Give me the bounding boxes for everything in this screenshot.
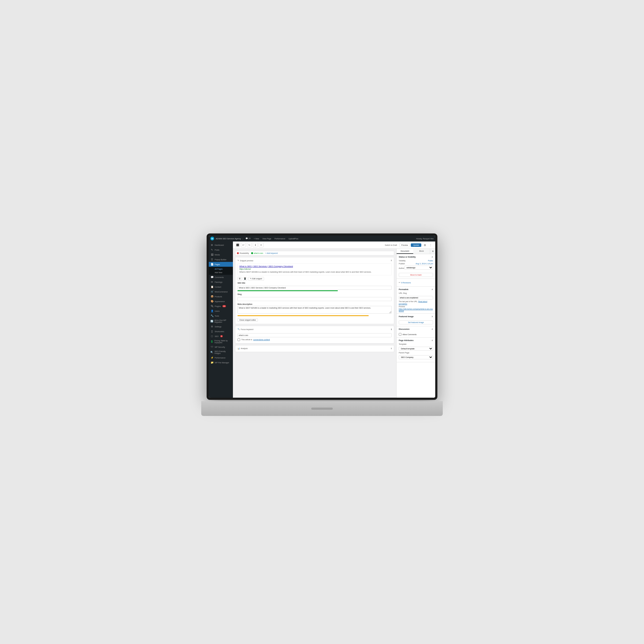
template-select[interactable]: Default template — [399, 347, 433, 351]
admin-bar-new[interactable]: + New — [253, 238, 260, 240]
sidebar-item-users[interactable]: 👤 Users — [209, 309, 233, 313]
keyword-dot — [251, 252, 253, 254]
seo-title-input[interactable] — [237, 286, 392, 290]
revisions-section: ↩ 9 Revisions — [397, 279, 435, 287]
sidebar-item-pages[interactable]: 📄 Pages — [209, 262, 233, 267]
visibility-value[interactable]: Public — [428, 260, 433, 262]
sidebar-item-posts[interactable]: ✎ Posts — [209, 247, 233, 252]
discussion-header[interactable]: Discussion ∧ — [399, 328, 433, 330]
sidebar-label-contact: Contact — [215, 286, 221, 288]
page-attributes-chevron-icon: ∧ — [431, 339, 433, 342]
admin-bar-comments[interactable]: 💬 29 — [245, 237, 251, 240]
sidebar-item-seo[interactable]: ⬡ SEO 8 — [209, 334, 233, 339]
sidebar-item-all-in-one[interactable]: 🔄 All-in-One WP Migration — [209, 318, 233, 324]
appearance-icon: 🎨 — [210, 300, 214, 303]
toolbar-block-btn[interactable]: ⬛ — [235, 243, 240, 247]
panel-close-button[interactable]: ✕ — [430, 249, 435, 254]
featured-image-header[interactable]: Featured Image ∧ — [399, 315, 433, 318]
switch-to-draft-button[interactable]: Switch to Draft — [383, 243, 398, 247]
toolbar-info[interactable]: ℹ — [253, 243, 258, 247]
sidebar-item-comments[interactable]: 💬 Comments — [209, 275, 233, 280]
toolbar-undo[interactable]: ↩ — [241, 243, 246, 247]
focus-keyword-input[interactable] — [237, 333, 392, 337]
update-button[interactable]: Update — [411, 243, 421, 247]
url-preview-value[interactable]: https://site.bz/seo-company/what-is-seo-… — [399, 308, 433, 312]
laptop-base — [201, 401, 443, 416]
snippet-toggle-mobile[interactable]: 📱 — [243, 277, 247, 281]
slug-input[interactable] — [237, 297, 392, 301]
shortcodes-icon: [] — [210, 330, 214, 333]
sidebar-item-settings[interactable]: ⚙ Settings — [209, 324, 233, 329]
sidebar-item-woocommerce[interactable]: 🛒 WooCommerce — [209, 289, 233, 294]
sidebar-label-seo-friendly: SEO Friendly Images — [214, 350, 231, 354]
sidebar-item-plugins[interactable]: 🔌 Plugins 26 — [209, 304, 233, 309]
editor-main: Readability what is seo + Add keyword — [233, 249, 396, 398]
sidebar-item-pricing[interactable]: 💲 Pricing Table by Supsystic — [209, 339, 233, 345]
status-section-header[interactable]: Status & Visibility ∧ — [399, 256, 433, 258]
url-slug-input[interactable] — [399, 296, 433, 299]
permalink-title: Permalink — [399, 288, 408, 291]
slug-group: Slug — [237, 293, 392, 301]
sidebar-item-flamingo[interactable]: ✉ Flamingo — [209, 280, 233, 284]
move-to-trash-button[interactable]: Move to trash — [399, 273, 433, 277]
author-select[interactable]: webdesign — [404, 266, 433, 270]
meta-desc-input[interactable]: What is SEO? ADVAN is a leader in market… — [237, 306, 392, 314]
sidebar-sub-add-new[interactable]: Add New — [209, 271, 233, 274]
permalink-header[interactable]: Permalink ∧ — [399, 288, 433, 291]
admin-bar-performance[interactable]: Performance — [274, 238, 286, 240]
snippet-title[interactable]: What is SEO | SEO Services | SEO Company… — [239, 265, 390, 268]
allow-comments-checkbox[interactable] — [399, 333, 401, 336]
close-snippet-editor-button[interactable]: Close snippet editor — [237, 318, 258, 322]
discussion-section: Discussion ∧ Allow Comments — [397, 326, 435, 338]
toolbar-list[interactable]: ≡ — [259, 243, 264, 247]
publish-value[interactable]: Aug 3, 2019 2:16 pm — [416, 263, 433, 265]
cornerstone-checkbox[interactable] — [237, 338, 240, 341]
admin-bar-updraftplus[interactable]: UpdraftPlus — [288, 238, 299, 240]
seo-title-label: SEO title — [237, 282, 392, 284]
tools-icon: 🔧 — [210, 314, 214, 317]
dashboard-icon: ⊞ — [210, 244, 214, 246]
editor-more-button[interactable]: ⋮ — [428, 243, 433, 247]
revisions-link[interactable]: ↩ 9 Revisions — [399, 281, 433, 284]
sidebar-item-performance[interactable]: ⚡ Performance — [209, 355, 233, 360]
publish-label: Publish — [399, 263, 405, 265]
revisions-count[interactable]: 9 Revisions — [401, 282, 411, 284]
featured-image-section: Featured Image ∧ Set featured image — [397, 314, 435, 326]
admin-bar-view-page[interactable]: View Page — [262, 238, 272, 240]
visibility-label: Visibility — [399, 260, 405, 262]
focus-keyword-label: Focus keyword — [241, 328, 253, 330]
sidebar-item-shortcodes[interactable]: [] Shortcodes — [209, 329, 233, 334]
cornerstone-link[interactable]: cornerstone content — [253, 339, 270, 341]
sidebar-item-tools[interactable]: 🔧 Tools — [209, 313, 233, 318]
add-keyword-button[interactable]: + Add keyword — [265, 252, 278, 254]
seo-friendly-icon: 🔍 — [210, 351, 213, 354]
edit-snippet-button[interactable]: ✎ Edit snippet — [248, 277, 264, 281]
sidebar-item-popup-builder[interactable]: ☰ Popup Builder — [209, 257, 233, 262]
page-attributes-title: Page Attributes — [399, 339, 414, 342]
snippet-toggle-desktop[interactable]: 🖥 — [237, 277, 242, 281]
preview-button[interactable]: Preview — [400, 243, 410, 247]
sidebar-item-media[interactable]: 🖼 Media — [209, 252, 233, 257]
discussion-chevron-icon: ∧ — [431, 328, 433, 330]
editor-settings-button[interactable]: ⚙ — [422, 243, 427, 247]
sidebar-item-seo-friendly[interactable]: 🔍 SEO Friendly Images — [209, 349, 233, 355]
tab-block[interactable]: Block — [413, 249, 430, 254]
sidebar-sub-all-pages[interactable]: All Pages — [209, 267, 233, 271]
page-attributes-header[interactable]: Page Attributes ∧ — [399, 339, 433, 342]
parent-page-select[interactable]: SEO Company — [399, 355, 433, 359]
toolbar-redo[interactable]: ↪ — [247, 243, 252, 247]
sidebar-item-wp-security[interactable]: 🛡 WP Security — [209, 345, 233, 349]
sidebar-item-appearance[interactable]: 🎨 Appearance — [209, 299, 233, 304]
plugins-icon: 🔌 — [210, 305, 214, 308]
sidebar-item-dashboard[interactable]: ⊞ Dashboard — [209, 243, 233, 247]
seo-icon: ⬡ — [210, 335, 214, 338]
sidebar-item-wp-file-manager[interactable]: 📁 WP File Manager — [209, 360, 233, 365]
set-featured-image-button[interactable]: Set featured image — [399, 320, 433, 324]
settings-icon: ⚙ — [210, 325, 214, 328]
sidebar-item-contact[interactable]: 📋 Contact — [209, 284, 233, 289]
sidebar-label-flamingo: Flamingo — [215, 281, 222, 283]
tab-document[interactable]: Document — [397, 249, 413, 254]
seo-title-group: SEO title — [237, 282, 392, 291]
sidebar-item-products[interactable]: 📦 Products — [209, 294, 233, 299]
site-name[interactable]: ADVAN SEO Services Agency — [216, 238, 241, 240]
